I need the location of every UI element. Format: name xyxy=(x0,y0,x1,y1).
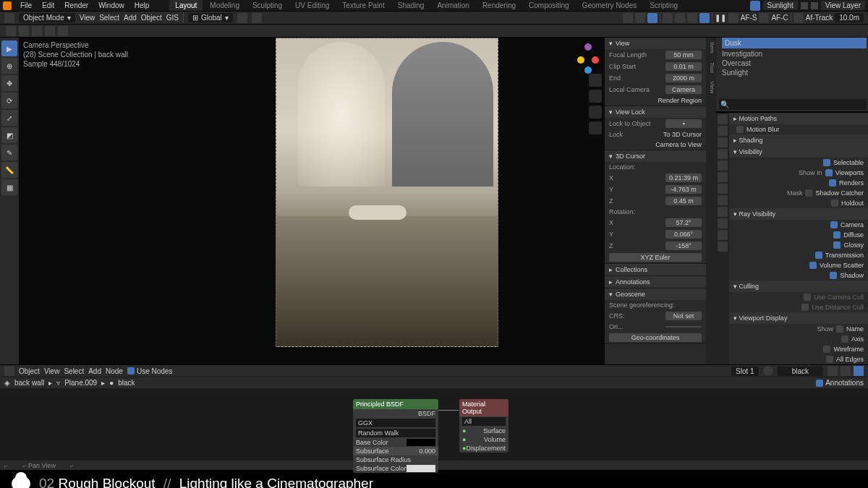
scale-tool-icon[interactable]: ⤢ xyxy=(1,110,17,126)
diffuse-check[interactable] xyxy=(833,231,841,239)
axis-y-icon[interactable] xyxy=(577,56,584,64)
rotz-value[interactable]: -158° xyxy=(665,241,702,250)
menu-render[interactable]: Render xyxy=(60,0,93,11)
scene-opt-0[interactable]: Investigation xyxy=(716,49,868,59)
measure-tool-icon[interactable]: 📏 xyxy=(1,162,17,178)
tab-shading[interactable]: Shading xyxy=(392,0,430,11)
axis-check[interactable] xyxy=(841,335,848,343)
node1-sub-value[interactable]: 0.000 xyxy=(419,448,435,455)
locy-value[interactable]: -4.763 m xyxy=(665,185,702,194)
culling-header[interactable]: ▾ Culling xyxy=(729,281,868,292)
tab-scripting[interactable]: Scripting xyxy=(644,0,684,11)
gizmo-icon[interactable] xyxy=(635,13,645,23)
tab-modeling[interactable]: Modeling xyxy=(204,0,245,11)
add-cube-tool-icon[interactable]: ▦ xyxy=(1,179,17,195)
prop-tab-scene-icon[interactable] xyxy=(718,149,728,159)
lock-cam-icon[interactable] xyxy=(728,13,739,23)
node1-basecolor-swatch[interactable] xyxy=(407,439,435,446)
node-menu-node[interactable]: Node xyxy=(106,367,123,375)
locx-value[interactable]: 0.21:39 m xyxy=(665,174,702,182)
collections-header[interactable]: ▸ Collections xyxy=(605,264,706,275)
tool-sq-5[interactable] xyxy=(58,26,68,36)
slot-dropdown[interactable]: Slot 1 xyxy=(731,367,759,376)
overlay-node-icon[interactable] xyxy=(854,366,864,376)
viewport-3d[interactable]: Camera Perspective (28) Scene Collection… xyxy=(19,38,605,364)
rotmode-dropdown[interactable]: XYZ Euler xyxy=(609,253,702,262)
overlay-icon[interactable] xyxy=(623,13,633,23)
node-menu-add[interactable]: Add xyxy=(88,367,101,375)
menu-help[interactable]: Help xyxy=(130,0,154,11)
persp-icon[interactable] xyxy=(589,121,602,134)
scene-opt-1[interactable]: Overcast xyxy=(716,59,868,68)
selectable-check[interactable] xyxy=(823,159,830,166)
aftrack-icon[interactable] xyxy=(793,13,804,23)
pivot-icon[interactable] xyxy=(252,13,262,23)
scene-opt-2[interactable]: Sunlight xyxy=(716,68,868,77)
clipend-value[interactable]: 2000 m xyxy=(665,74,702,82)
tab-rendering[interactable]: Rendering xyxy=(477,0,522,11)
viewportdisp-header[interactable]: ▾ Viewport Display xyxy=(729,312,868,324)
tab-compositing[interactable]: Compositing xyxy=(523,0,575,11)
axis-x-icon[interactable] xyxy=(592,56,599,64)
shadow-check[interactable] xyxy=(830,272,837,279)
nav-gizmo[interactable] xyxy=(577,43,599,65)
menu-edit[interactable]: Edit xyxy=(38,0,59,11)
cursor-tool-icon[interactable]: ⊕ xyxy=(1,58,17,74)
scene-selector[interactable]: Sunlight xyxy=(763,1,798,10)
node1-subc-swatch[interactable] xyxy=(407,465,435,472)
rotate-tool-icon[interactable]: ⟳ xyxy=(1,93,17,108)
principled-bsdf-node[interactable]: Principled BSDF BSDF GGX Random Walk Bas… xyxy=(353,399,438,473)
camera-icon[interactable] xyxy=(589,106,602,119)
tb-view[interactable]: View xyxy=(80,14,95,22)
usenodes-check[interactable] xyxy=(127,367,135,374)
shade-solid-icon[interactable] xyxy=(675,13,685,23)
tab-geonodes[interactable]: Geometry Nodes xyxy=(576,0,643,11)
axis-z-icon[interactable] xyxy=(584,43,592,51)
tool-sq-2[interactable] xyxy=(19,26,29,36)
snap-icon[interactable] xyxy=(237,13,247,23)
cursor-header[interactable]: ▾ 3D Cursor xyxy=(605,150,706,162)
node-menu-select[interactable]: Select xyxy=(64,367,84,375)
holdout-check[interactable] xyxy=(831,200,838,207)
prop-tab-object-icon[interactable] xyxy=(718,172,728,182)
tab-uv[interactable]: UV Editing xyxy=(289,0,335,11)
roty-value[interactable]: 0.066° xyxy=(665,230,702,239)
ori-value[interactable] xyxy=(665,326,702,328)
scene-new-icon[interactable] xyxy=(801,2,808,9)
geoscene-header[interactable]: ▾ Geoscene xyxy=(605,288,706,300)
node-canvas[interactable]: Principled BSDF BSDF GGX Random Walk Bas… xyxy=(0,388,868,461)
transmission-check[interactable] xyxy=(815,252,822,259)
move-tool-icon[interactable]: ✥ xyxy=(1,75,17,91)
node1-ggx[interactable]: GGX xyxy=(356,419,435,427)
snap-node-icon[interactable] xyxy=(841,366,851,376)
editor-type-icon[interactable] xyxy=(4,13,14,23)
outliner-search[interactable]: 🔍 xyxy=(719,99,867,110)
tb-object[interactable]: Object xyxy=(141,14,162,22)
node-menu-object[interactable]: Object xyxy=(19,367,40,375)
material-name[interactable]: black xyxy=(778,367,823,376)
pause-icon[interactable]: ❚❚ xyxy=(715,14,726,22)
menu-file[interactable]: File xyxy=(16,0,36,11)
motionblur-check[interactable] xyxy=(736,126,744,133)
prop-tab-constraint-icon[interactable] xyxy=(718,218,728,228)
bread-world[interactable]: back wall xyxy=(14,379,44,387)
tb-gis[interactable]: GIS xyxy=(166,14,179,22)
node2-all[interactable]: All xyxy=(462,417,506,426)
rotx-value[interactable]: 57.2° xyxy=(665,218,702,227)
pan-icon[interactable] xyxy=(589,90,602,103)
af-s-label[interactable]: AF-S xyxy=(741,14,757,22)
bread-obj[interactable]: Plane.009 xyxy=(64,379,97,387)
shade-mat-icon[interactable] xyxy=(687,13,697,23)
node-menu-view[interactable]: View xyxy=(44,367,60,375)
af-c-icon[interactable] xyxy=(759,13,769,23)
shade-wire-icon[interactable] xyxy=(663,13,673,23)
tb-add[interactable]: Add xyxy=(124,14,137,22)
tab-sculpting[interactable]: Sculpting xyxy=(247,0,288,11)
node1-randomwalk[interactable]: Random Walk xyxy=(356,429,435,437)
tool-sq-3[interactable] xyxy=(32,26,42,36)
distcull-check[interactable] xyxy=(801,304,809,311)
orientation-dropdown[interactable]: ⊞ Global ▾ xyxy=(188,13,233,22)
af-c-label[interactable]: AF-C xyxy=(771,14,788,22)
motionpaths-header[interactable]: ▸ Motion Paths xyxy=(729,113,868,124)
volscatter-check[interactable] xyxy=(809,262,817,269)
